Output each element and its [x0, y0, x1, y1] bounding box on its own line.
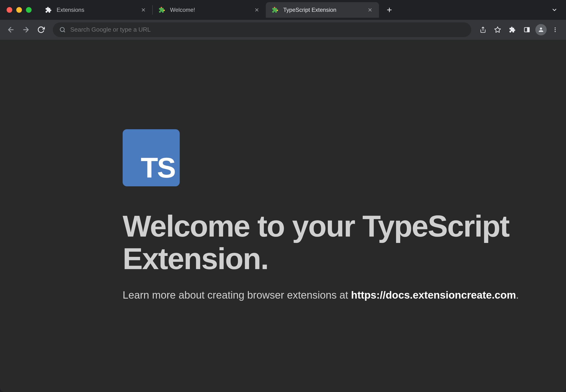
- page-subtext: Learn more about creating browser extens…: [123, 289, 566, 301]
- subtext-prefix: Learn more about creating browser extens…: [123, 289, 351, 301]
- side-panel-button[interactable]: [521, 24, 533, 36]
- tab-title: Extensions: [56, 7, 137, 13]
- omnibox[interactable]: [53, 22, 471, 37]
- page-headline: Welcome to your TypeScript Extension.: [123, 210, 566, 275]
- back-button[interactable]: [5, 24, 17, 36]
- tab-strip: Extensions Welcome! TypeScript Extension: [0, 0, 566, 20]
- svg-point-0: [161, 7, 162, 8]
- puzzle-color-icon: [271, 6, 278, 14]
- docs-link[interactable]: https://docs.extensioncreate.com: [351, 289, 516, 301]
- reload-button[interactable]: [35, 24, 47, 36]
- menu-button[interactable]: [549, 24, 561, 36]
- close-tab-button[interactable]: [367, 7, 373, 13]
- svg-rect-8: [527, 27, 529, 32]
- close-window-button[interactable]: [7, 7, 12, 13]
- tab-extensions[interactable]: Extensions: [39, 2, 152, 18]
- tab-strip-right: [547, 4, 562, 16]
- tabs-container: Extensions Welcome! TypeScript Extension: [39, 0, 396, 20]
- svg-point-11: [555, 31, 556, 32]
- minimize-window-button[interactable]: [16, 7, 22, 13]
- puzzle-icon: [45, 6, 52, 14]
- page-content: TS Welcome to your TypeScript Extension.…: [0, 40, 566, 392]
- typescript-logo: TS: [123, 129, 180, 186]
- tab-typescript-extension[interactable]: TypeScript Extension: [266, 2, 379, 18]
- omnibox-input[interactable]: [70, 26, 465, 33]
- svg-point-10: [555, 29, 556, 30]
- svg-point-9: [555, 27, 556, 28]
- maximize-window-button[interactable]: [26, 7, 32, 13]
- tab-welcome[interactable]: Welcome!: [152, 2, 266, 18]
- search-icon: [59, 27, 66, 33]
- svg-point-1: [164, 10, 165, 11]
- svg-point-2: [274, 7, 275, 8]
- forward-button[interactable]: [20, 24, 32, 36]
- typescript-logo-text: TS: [141, 152, 175, 184]
- close-tab-button[interactable]: [253, 7, 260, 13]
- window-controls: [7, 7, 32, 13]
- extensions-button[interactable]: [506, 24, 518, 36]
- tab-title: Welcome!: [170, 7, 251, 13]
- share-button[interactable]: [477, 24, 489, 36]
- bookmark-button[interactable]: [492, 24, 504, 36]
- subtext-suffix: .: [516, 289, 519, 301]
- toolbar-right: [477, 24, 561, 36]
- tab-title: TypeScript Extension: [283, 7, 364, 13]
- svg-marker-5: [495, 27, 501, 32]
- profile-button[interactable]: [535, 24, 547, 35]
- new-tab-button[interactable]: [383, 4, 396, 16]
- tab-search-button[interactable]: [547, 4, 562, 16]
- svg-point-3: [277, 10, 278, 11]
- puzzle-color-icon: [158, 6, 165, 14]
- close-tab-button[interactable]: [140, 7, 147, 13]
- toolbar: [0, 20, 566, 40]
